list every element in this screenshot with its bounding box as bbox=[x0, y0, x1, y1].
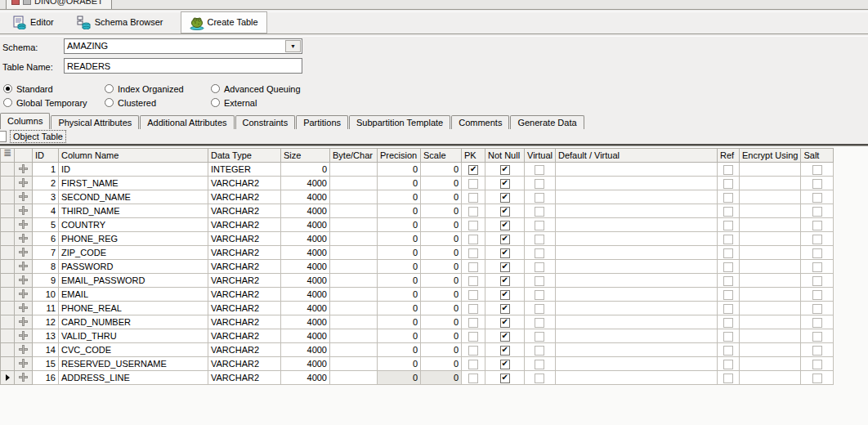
pk-checkbox[interactable] bbox=[468, 262, 478, 272]
virtual-checkbox[interactable] bbox=[535, 374, 544, 383]
cell-byte-char[interactable] bbox=[330, 204, 378, 218]
row-insert-cell[interactable] bbox=[15, 329, 33, 343]
cell-id[interactable]: 2 bbox=[33, 177, 59, 190]
not-null-checkbox[interactable] bbox=[500, 332, 510, 342]
cell-encrypt-using[interactable] bbox=[739, 232, 800, 246]
cell-data-type[interactable]: VARCHAR2 bbox=[208, 218, 281, 232]
cell-id[interactable]: 8 bbox=[33, 260, 59, 274]
not-null-checkbox[interactable] bbox=[500, 262, 510, 272]
cell-default-virtual[interactable] bbox=[555, 246, 717, 260]
cell-id[interactable]: 7 bbox=[33, 246, 59, 260]
table-type-radio-external[interactable]: External bbox=[211, 96, 374, 110]
cell-scale[interactable]: 0 bbox=[421, 232, 462, 246]
virtual-checkbox[interactable] bbox=[535, 304, 544, 314]
salt-checkbox[interactable] bbox=[812, 193, 822, 203]
cell-byte-char[interactable] bbox=[330, 329, 378, 343]
ref-checkbox[interactable] bbox=[723, 332, 733, 342]
cell-column-name[interactable]: RESERVED_USERNAME bbox=[59, 357, 208, 371]
cell-scale[interactable]: 0 bbox=[421, 302, 462, 315]
cell-scale[interactable]: 0 bbox=[421, 163, 462, 177]
salt-checkbox[interactable] bbox=[812, 304, 822, 314]
table-name-input[interactable] bbox=[64, 58, 302, 74]
pk-checkbox[interactable] bbox=[468, 235, 478, 244]
cell-encrypt-using[interactable] bbox=[739, 343, 800, 357]
cell-precision[interactable]: 0 bbox=[378, 274, 421, 288]
virtual-checkbox[interactable] bbox=[535, 179, 544, 189]
cell-encrypt-using[interactable] bbox=[739, 288, 800, 302]
schema-combobox[interactable]: AMAZING ▼ bbox=[64, 38, 302, 54]
cell-default-virtual[interactable] bbox=[555, 163, 717, 177]
virtual-checkbox[interactable] bbox=[535, 346, 544, 356]
cell-scale[interactable]: 0 bbox=[421, 177, 462, 190]
pk-checkbox[interactable] bbox=[468, 276, 478, 286]
cell-scale[interactable]: 0 bbox=[421, 204, 462, 218]
ref-checkbox[interactable] bbox=[723, 374, 733, 383]
cell-default-virtual[interactable] bbox=[555, 288, 717, 302]
cell-id[interactable]: 12 bbox=[33, 315, 59, 329]
cell-byte-char[interactable] bbox=[330, 163, 378, 177]
cell-precision[interactable]: 0 bbox=[378, 232, 421, 246]
cell-column-name[interactable]: PASSWORD bbox=[59, 260, 208, 274]
not-null-checkbox[interactable] bbox=[500, 165, 510, 175]
editor-button[interactable]: Editor bbox=[7, 13, 60, 32]
cell-byte-char[interactable] bbox=[330, 232, 378, 246]
salt-checkbox[interactable] bbox=[812, 332, 822, 342]
virtual-checkbox[interactable] bbox=[535, 165, 544, 175]
cell-byte-char[interactable] bbox=[330, 177, 378, 190]
ref-checkbox[interactable] bbox=[723, 179, 733, 189]
cell-scale[interactable]: 0 bbox=[421, 246, 462, 260]
cell-data-type[interactable]: VARCHAR2 bbox=[208, 246, 281, 260]
cell-column-name[interactable]: VALID_THRU bbox=[59, 329, 208, 343]
cell-default-virtual[interactable] bbox=[555, 177, 717, 190]
tab-additional-attributes[interactable]: Additional Attributes bbox=[140, 115, 234, 129]
cell-scale[interactable]: 0 bbox=[421, 371, 462, 385]
plus-icon[interactable] bbox=[19, 178, 28, 187]
cell-data-type[interactable]: VARCHAR2 bbox=[208, 177, 281, 190]
cell-precision[interactable]: 0 bbox=[378, 218, 421, 232]
not-null-checkbox[interactable] bbox=[500, 304, 510, 314]
tab-generate-data[interactable]: Generate Data bbox=[510, 115, 584, 129]
cell-precision[interactable]: 0 bbox=[378, 246, 421, 260]
cell-data-type[interactable]: VARCHAR2 bbox=[208, 232, 281, 246]
not-null-checkbox[interactable] bbox=[500, 207, 510, 217]
cell-precision[interactable]: 0 bbox=[378, 190, 421, 204]
row-insert-cell[interactable] bbox=[15, 218, 33, 232]
plus-icon[interactable] bbox=[19, 275, 28, 284]
radio-icon[interactable] bbox=[211, 84, 220, 93]
row-insert-cell[interactable] bbox=[15, 260, 33, 274]
cell-id[interactable]: 15 bbox=[33, 357, 59, 371]
cell-default-virtual[interactable] bbox=[555, 260, 717, 274]
virtual-checkbox[interactable] bbox=[535, 221, 544, 230]
cell-encrypt-using[interactable] bbox=[739, 357, 800, 371]
cell-encrypt-using[interactable] bbox=[739, 163, 800, 177]
cell-column-name[interactable]: PHONE_REAL bbox=[59, 302, 208, 315]
cell-column-name[interactable]: EMAIL_PASSWORD bbox=[59, 274, 208, 288]
plus-icon[interactable] bbox=[19, 164, 28, 173]
cell-byte-char[interactable] bbox=[330, 357, 378, 371]
virtual-checkbox[interactable] bbox=[535, 360, 544, 369]
tab-partitions[interactable]: Partitions bbox=[296, 115, 348, 129]
cell-size[interactable]: 4000 bbox=[281, 246, 330, 260]
ref-checkbox[interactable] bbox=[723, 262, 733, 272]
row-insert-cell[interactable] bbox=[15, 190, 33, 204]
cell-column-name[interactable]: CARD_NUMBER bbox=[59, 315, 208, 329]
cell-column-name[interactable]: SECOND_NAME bbox=[59, 190, 208, 204]
pk-checkbox[interactable] bbox=[468, 290, 478, 300]
plus-icon[interactable] bbox=[19, 317, 28, 326]
cell-id[interactable]: 16 bbox=[33, 371, 59, 385]
ref-checkbox[interactable] bbox=[723, 290, 733, 300]
cell-default-virtual[interactable] bbox=[555, 232, 717, 246]
pk-checkbox[interactable] bbox=[468, 346, 478, 356]
pk-checkbox[interactable] bbox=[468, 248, 478, 258]
cell-column-name[interactable]: ADDRESS_LINE bbox=[59, 371, 208, 385]
create-table-button[interactable]: Create Table bbox=[181, 11, 267, 34]
virtual-checkbox[interactable] bbox=[535, 318, 544, 328]
cell-column-name[interactable]: ZIP_CODE bbox=[59, 246, 208, 260]
cell-data-type[interactable]: VARCHAR2 bbox=[208, 302, 281, 315]
cell-column-name[interactable]: THIRD_NAME bbox=[59, 204, 208, 218]
cell-size[interactable]: 4000 bbox=[281, 288, 330, 302]
row-insert-cell[interactable] bbox=[15, 204, 33, 218]
row-insert-cell[interactable] bbox=[15, 371, 33, 385]
cell-encrypt-using[interactable] bbox=[739, 246, 800, 260]
plus-icon[interactable] bbox=[19, 234, 28, 243]
